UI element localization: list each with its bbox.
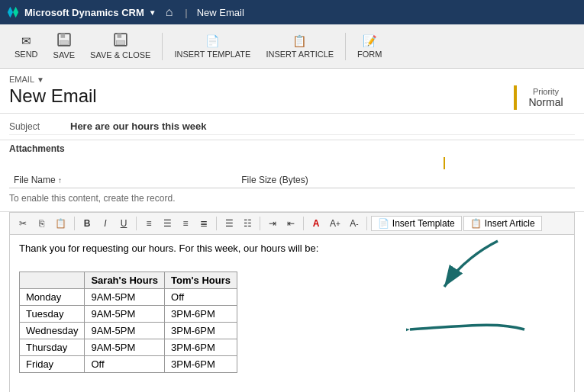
svg-rect-4 [60,40,68,45]
editor-content-area[interactable]: Thank you for requesting our hours. For … [9,234,575,392]
svg-rect-7 [116,40,124,45]
attachments-section: Attachments File Name ↑ File Size (Bytes… [0,140,584,212]
editor-section: ✂ ⎘ 📋 B I U ≡ ☰ ≡ ≣ ☰ ☷ ⇥ ⇤ A A+ A- 📄 [0,212,584,392]
send-button[interactable]: ✉ SEND [8,31,45,63]
email-title: New Email [9,85,97,107]
save-close-button[interactable]: SAVE & CLOSE [83,29,157,63]
tom-cell: 3PM-6PM [165,356,237,373]
file-name-col-header[interactable]: File Name ↑ [9,172,237,188]
svg-rect-6 [117,34,121,38]
sarah-cell: 9AM-5PM [85,289,165,306]
insert-template-icon: 📄 [205,34,220,48]
ed-sep-1 [74,217,75,230]
sarah-cell: Off [85,356,165,373]
email-header: EMAIL ▼ New Email Priority Normal [0,69,584,114]
copy-button[interactable]: ⎘ [33,216,50,231]
file-col-extra [538,172,575,188]
indent-button[interactable]: ⇥ [264,216,281,231]
svg-rect-3 [60,34,65,38]
file-size-col-header[interactable]: File Size (Bytes) [237,172,538,188]
save-close-icon [114,33,127,49]
font-size-up-button[interactable]: A+ [326,216,344,231]
table-row: FridayOff3PM-6PM [20,356,237,373]
attachments-label: Attachments [9,143,575,154]
tom-cell: 3PM-6PM [165,323,237,339]
hours-col-day [20,272,85,289]
tom-cell: 3PM-6PM [165,306,237,323]
sarah-cell: 9AM-5PM [85,323,165,339]
email-type-dropdown-icon[interactable]: ▼ [37,76,44,84]
tom-cell: Off [165,289,237,306]
insert-article-editor-icon: 📋 [470,218,482,229]
day-cell: Thursday [20,339,85,356]
email-type-label: EMAIL ▼ [9,75,575,84]
insert-template-button[interactable]: 📄 INSERT TEMPLATE [167,31,257,63]
form-button[interactable]: 📝 FORM [350,31,389,63]
left-arrow-annotation [406,310,528,349]
insert-article-button[interactable]: 📋 INSERT ARTICLE [259,31,340,63]
save-button[interactable]: SAVE [47,29,82,63]
subject-field-label: Subject [9,121,70,132]
send-icon: ✉ [21,34,31,48]
priority-label: Priority [524,87,567,96]
toolbar-sep-2 [345,33,346,60]
day-cell: Friday [20,356,85,373]
dropdown-icon[interactable]: ▼ [149,8,156,17]
svg-marker-1 [13,7,18,18]
editor-toolbar: ✂ ⎘ 📋 B I U ≡ ☰ ≡ ≣ ☰ ☷ ⇥ ⇤ A A+ A- 📄 [9,212,575,234]
insert-article-icon: 📋 [292,34,307,48]
align-left-button[interactable]: ≡ [140,216,157,231]
hours-col-sarah: Sarah's Hours [85,272,165,289]
nav-bar: Microsoft Dynamics CRM ▼ ⌂ | New Email [0,0,584,24]
justify-button[interactable]: ≣ [195,216,212,231]
align-center-button[interactable]: ☰ [159,216,176,231]
italic-button[interactable]: I [97,216,114,231]
day-cell: Monday [20,289,85,306]
font-size-down-button[interactable]: A- [346,216,363,231]
editor-body-text: Thank you for requesting our hours. For … [19,243,565,254]
send-label: SEND [15,50,38,59]
insert-template-editor-icon: 📄 [378,218,389,229]
insert-template-editor-label: Insert Template [392,218,455,229]
bold-button[interactable]: B [79,216,95,231]
form-icon: 📝 [363,34,377,48]
form-label: FORM [357,50,382,59]
paste-button[interactable]: 📋 [51,216,70,231]
table-row: Tuesday9AM-5PM3PM-6PM [20,306,237,323]
hours-table: Sarah's Hours Tom's Hours Monday9AM-5PMO… [19,272,237,373]
home-icon[interactable]: ⌂ [166,5,173,19]
align-right-button[interactable]: ≡ [177,216,194,231]
ed-sep-2 [136,217,137,230]
font-color-button[interactable]: A [308,216,324,231]
table-row: Wednesday9AM-5PM3PM-6PM [20,323,237,339]
file-notice: To enable this content, create the recor… [9,188,575,208]
day-cell: Wednesday [20,323,85,339]
ordered-list-button[interactable]: ☰ [221,216,237,231]
crm-logo-icon [6,5,20,19]
insert-article-label: INSERT ARTICLE [266,50,334,59]
app-logo: Microsoft Dynamics CRM ▼ [6,5,156,19]
save-label: SAVE [53,50,76,59]
day-cell: Tuesday [20,306,85,323]
table-row: Thursday9AM-5PM3PM-6PM [20,339,237,356]
insert-template-editor-button[interactable]: 📄 Insert Template [371,216,462,231]
priority-box: Priority Normal [514,85,575,110]
ed-sep-3 [216,217,217,230]
subject-area: Subject Here are our hours this week [0,114,584,140]
ed-sep-5 [303,217,304,230]
table-row: Monday9AM-5PMOff [20,289,237,306]
ed-sep-6 [366,217,367,230]
subject-row: Subject Here are our hours this week [9,118,575,135]
sarah-cell: 9AM-5PM [85,339,165,356]
unordered-list-button[interactable]: ☷ [239,216,256,231]
sarah-cell: 9AM-5PM [85,306,165,323]
tom-cell: 3PM-6PM [165,339,237,356]
insert-article-editor-button[interactable]: 📋 Insert Article [463,216,542,231]
cut-button[interactable]: ✂ [15,216,31,231]
underline-button[interactable]: U [115,216,132,231]
insert-article-editor-label: Insert Article [485,218,535,229]
sort-arrow-icon: ↑ [58,176,62,185]
app-name: Microsoft Dynamics CRM [24,7,144,18]
outdent-button[interactable]: ⇤ [282,216,299,231]
ed-sep-4 [260,217,260,230]
